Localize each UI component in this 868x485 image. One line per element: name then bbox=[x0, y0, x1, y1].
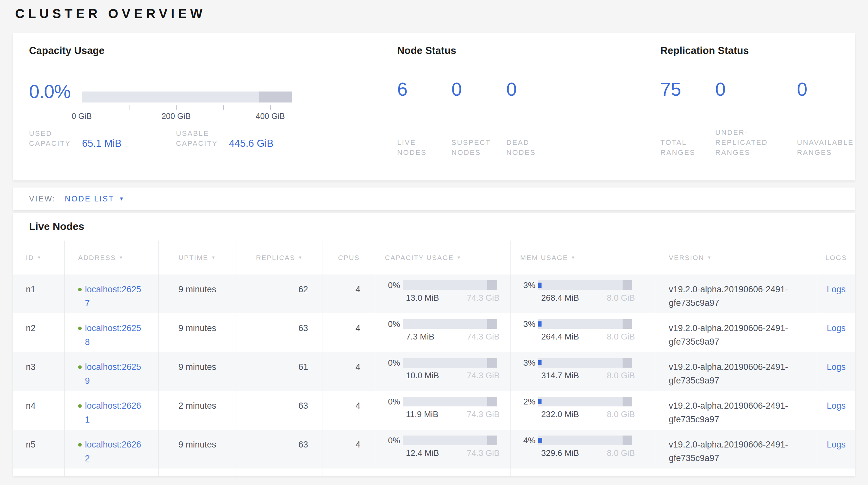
column-header-version[interactable]: VERSION▼ bbox=[654, 240, 817, 275]
usage-used: 314.7 MiB bbox=[541, 371, 579, 380]
cell-replicas: 61 bbox=[236, 352, 322, 391]
stat-value: 65.1 MiB bbox=[82, 138, 121, 149]
usage-used: 268.4 MiB bbox=[541, 293, 579, 303]
table-row: n1localhost:262579 minutes6240%13.0 MiB7… bbox=[13, 275, 855, 313]
usage-used: 329.6 MiB bbox=[541, 448, 579, 458]
cell-version: v19.2.0-alpha.20190606-2491-gfe735c9a97 bbox=[654, 313, 817, 352]
node-live-dot bbox=[78, 404, 82, 408]
usage-bar-reserved bbox=[623, 280, 632, 290]
column-label: REPLICAS bbox=[256, 254, 295, 262]
replication-status-heading: Replication Status bbox=[660, 45, 848, 57]
cell-cpus: 4 bbox=[322, 430, 375, 468]
column-header-memory[interactable]: MEM USAGE▼ bbox=[510, 240, 654, 275]
partial-row bbox=[13, 468, 855, 476]
usage-bar-row: 3% bbox=[510, 280, 654, 290]
usage-total: 8.0 GiB bbox=[607, 448, 635, 458]
cell-version: v19.2.0-alpha.20190606-2491-gfe735c9a97 bbox=[654, 430, 817, 468]
address-link[interactable]: localhost:26262 bbox=[85, 438, 143, 465]
usage-percent: 3% bbox=[510, 319, 538, 329]
address-link[interactable]: localhost:26259 bbox=[85, 360, 143, 388]
stat-label: USED CAPACITY bbox=[29, 129, 78, 148]
capacity-usage-cell: 0%13.0 MiB74.3 GiB bbox=[375, 275, 510, 313]
mem-usage-cell: 3%314.7 MiB8.0 GiB bbox=[510, 352, 654, 391]
column-header-replicas[interactable]: REPLICAS▼ bbox=[236, 240, 322, 275]
column-label: LOGS bbox=[826, 254, 847, 262]
column-header-capacity[interactable]: CAPACITY USAGE▼ bbox=[375, 240, 510, 275]
usage-bar-row: 3% bbox=[510, 319, 654, 329]
usage-percent: 0% bbox=[375, 397, 403, 407]
tick-label: 400 GiB bbox=[256, 112, 285, 121]
nodes-table: ID▼ADDRESS▼UPTIME▼REPLICAS▼CPUSCAPACITY … bbox=[13, 240, 855, 476]
logs-link[interactable]: Logs bbox=[827, 362, 846, 372]
cell-replicas: 63 bbox=[236, 430, 322, 468]
sort-caret-icon: ▼ bbox=[119, 255, 124, 260]
cell-uptime: 9 minutes bbox=[158, 275, 236, 313]
tick-mark bbox=[129, 106, 129, 110]
usage-total: 74.3 GiB bbox=[467, 293, 500, 303]
cell-id: n1 bbox=[13, 275, 64, 313]
usage-percent: 0% bbox=[375, 319, 403, 329]
partial-cell bbox=[817, 468, 855, 476]
address-link[interactable]: localhost:26257 bbox=[85, 283, 143, 310]
logs-link[interactable]: Logs bbox=[827, 401, 846, 411]
usage-percent: 3% bbox=[510, 358, 538, 368]
partial-cell bbox=[158, 468, 236, 476]
address-link[interactable]: localhost:26261 bbox=[85, 399, 143, 427]
partial-cell bbox=[236, 468, 322, 476]
usage-bar-reserved bbox=[487, 397, 497, 406]
usage-bar bbox=[538, 280, 632, 290]
column-header-id[interactable]: ID▼ bbox=[13, 240, 64, 275]
column-label: VERSION bbox=[669, 254, 704, 262]
usage-bar-row: 2% bbox=[510, 396, 654, 407]
partial-cell bbox=[654, 468, 817, 476]
address-link[interactable]: localhost:26258 bbox=[85, 321, 143, 349]
cell-id: n3 bbox=[13, 352, 64, 391]
stat-value: 0 bbox=[797, 80, 868, 98]
logs-link[interactable]: Logs bbox=[827, 440, 846, 450]
capacity-usage-cell: 0%7.3 MiB74.3 GiB bbox=[375, 313, 510, 352]
view-label: VIEW: bbox=[29, 194, 56, 203]
column-label: CAPACITY USAGE bbox=[385, 254, 454, 262]
usage-bar-row: 3% bbox=[510, 358, 654, 368]
tick-mark bbox=[270, 106, 271, 110]
usage-bar-fill bbox=[538, 438, 542, 443]
stat-label: DEAD NODES bbox=[506, 137, 560, 158]
usage-total: 8.0 GiB bbox=[607, 409, 635, 419]
usage-bar-reserved bbox=[487, 435, 497, 445]
usage-bar bbox=[403, 280, 497, 290]
usage-bar-fill bbox=[538, 321, 541, 326]
logs-link[interactable]: Logs bbox=[827, 323, 846, 333]
stat-label: TOTAL RANGES bbox=[660, 137, 707, 158]
column-header-address[interactable]: ADDRESS▼ bbox=[64, 240, 158, 275]
capacity-stats: USED CAPACITY65.1 MiBUSABLE CAPACITY445.… bbox=[29, 129, 274, 148]
usage-values: 329.6 MiB8.0 GiB bbox=[541, 448, 635, 458]
sort-caret-icon: ▼ bbox=[211, 255, 216, 260]
logs-link[interactable]: Logs bbox=[827, 285, 846, 294]
usage-bar-fill bbox=[538, 360, 541, 365]
live-nodes-heading: Live Nodes bbox=[29, 221, 84, 232]
usage-bar-reserved bbox=[487, 280, 497, 290]
stat-value: 0 bbox=[506, 80, 560, 98]
stat-live-nodes: 6LIVE NODES bbox=[397, 80, 443, 158]
stat-value: 75 bbox=[660, 80, 707, 98]
usage-total: 74.3 GiB bbox=[467, 332, 500, 342]
table-row: n5localhost:262629 minutes6340%12.4 MiB7… bbox=[13, 430, 855, 468]
view-selector[interactable]: NODE LIST ▼ bbox=[65, 194, 124, 203]
capacity-bar-chart: 0 GiB200 GiB400 GiB bbox=[82, 91, 292, 121]
cell-id: n4 bbox=[13, 391, 64, 430]
tick-mark bbox=[82, 106, 82, 110]
usage-used: 7.3 MiB bbox=[406, 332, 434, 342]
cell-logs: Logs bbox=[817, 430, 855, 468]
cell-uptime: 9 minutes bbox=[158, 352, 236, 391]
table-row: n2localhost:262589 minutes6340%7.3 MiB74… bbox=[13, 313, 855, 352]
usage-values: 12.4 MiB74.3 GiB bbox=[406, 448, 500, 458]
cell-uptime: 2 minutes bbox=[158, 391, 236, 430]
usage-values: 268.4 MiB8.0 GiB bbox=[541, 293, 635, 303]
usage-used: 10.0 MiB bbox=[406, 371, 439, 380]
node_status-stats: 6LIVE NODES0SUSPECT NODES0DEAD NODES bbox=[397, 80, 560, 158]
usage-used: 13.0 MiB bbox=[406, 293, 439, 303]
live-nodes-card: Live Nodes ID▼ADDRESS▼UPTIME▼REPLICAS▼CP… bbox=[13, 213, 855, 476]
column-header-uptime[interactable]: UPTIME▼ bbox=[158, 240, 236, 275]
node-live-dot bbox=[78, 365, 82, 369]
usage-values: 314.7 MiB8.0 GiB bbox=[541, 371, 635, 380]
